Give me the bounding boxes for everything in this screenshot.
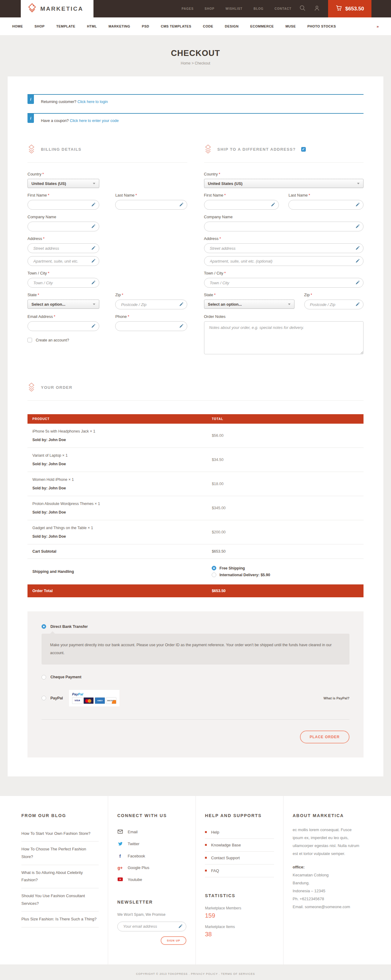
shipping-handling-label: Shipping and Handling bbox=[32, 570, 212, 574]
required-mark: * bbox=[214, 293, 216, 297]
social-googleplus-link[interactable]: g+ Google Plus bbox=[117, 862, 186, 873]
shipping-first-name-input[interactable] bbox=[204, 200, 279, 210]
radio-unselected[interactable] bbox=[41, 696, 46, 700]
shipping-last-name-input[interactable] bbox=[288, 200, 364, 210]
shipping-country-select[interactable]: United States (US) bbox=[204, 179, 364, 188]
nav-photo-stocks[interactable]: PHOTO STOCKS bbox=[307, 24, 336, 28]
social-facebook-link[interactable]: f Facebook bbox=[117, 850, 186, 862]
nav-home[interactable]: HOME bbox=[12, 24, 23, 28]
paypal-label: PayPal bbox=[51, 696, 63, 700]
billing-zip-input[interactable] bbox=[115, 299, 187, 309]
blog-link[interactable]: Plus Size Fashion: Is There Such a Thing… bbox=[21, 912, 99, 928]
nav-more-chevron[interactable]: » bbox=[377, 24, 379, 29]
international-delivery-option[interactable]: International Delivery: $5.90 bbox=[212, 573, 359, 577]
cart-subtotal-label: Cart Subtotal bbox=[32, 549, 212, 554]
shipping-zip-input[interactable] bbox=[304, 299, 364, 309]
social-email-link[interactable]: Email bbox=[117, 826, 186, 838]
coupon-link[interactable]: Click here to enter your code bbox=[70, 119, 119, 123]
top-nav-wishlist[interactable]: WISHLIST bbox=[226, 7, 243, 10]
shipping-company-input[interactable] bbox=[204, 222, 364, 231]
logo[interactable]: MARKETICA bbox=[21, 0, 94, 18]
blog-link[interactable]: Should You Use Fashion Consultant Servic… bbox=[21, 888, 99, 912]
shipping-state-select[interactable]: Select an option... bbox=[204, 299, 295, 309]
nav-muse[interactable]: MUSE bbox=[285, 24, 296, 28]
free-shipping-option[interactable]: Free Shipping bbox=[212, 566, 359, 570]
place-order-button[interactable]: PLACE ORDER bbox=[300, 730, 350, 743]
radio-unselected[interactable] bbox=[212, 573, 216, 577]
top-nav-contact[interactable]: CONTACT bbox=[275, 7, 291, 10]
office-line: Kecamatan Coblong bbox=[292, 871, 362, 879]
account-icon[interactable] bbox=[314, 5, 320, 13]
table-row: Proton Absolute Wordpress Themes × 1Sold… bbox=[27, 496, 364, 520]
shipping-street-input[interactable] bbox=[204, 243, 364, 253]
blog-link[interactable]: How To Start Your Own Fashion Store? bbox=[21, 826, 99, 842]
nav-code[interactable]: CODE bbox=[203, 24, 213, 28]
radio-selected[interactable] bbox=[212, 566, 216, 570]
radio-selected[interactable] bbox=[41, 624, 46, 629]
sign-up-button[interactable]: SIGN UP bbox=[161, 936, 186, 945]
billing-email-input[interactable] bbox=[27, 321, 99, 331]
billing-address-label: Address* bbox=[27, 236, 99, 241]
search-icon[interactable] bbox=[299, 5, 306, 13]
contact-support-link[interactable]: Contact Support bbox=[205, 852, 274, 864]
nav-shop[interactable]: SHOP bbox=[35, 24, 45, 28]
login-link[interactable]: Click here to login bbox=[78, 100, 108, 104]
what-is-paypal-link[interactable]: What is PayPal? bbox=[324, 696, 350, 700]
newsletter-email-input[interactable] bbox=[117, 922, 186, 931]
cheque-payment-option[interactable]: Cheque Payment bbox=[41, 675, 350, 679]
faq-link[interactable]: FAQ bbox=[205, 864, 274, 877]
required-mark: * bbox=[128, 314, 129, 319]
billing-state-select[interactable]: Select an option... bbox=[27, 299, 99, 309]
billing-country-select[interactable]: United States (US) bbox=[27, 179, 99, 188]
breadcrumb-home[interactable]: Home bbox=[181, 61, 191, 65]
order-notes-textarea[interactable] bbox=[204, 321, 364, 354]
product-total: $56.00 bbox=[212, 433, 359, 438]
knowledge-base-link[interactable]: Knowladge Base bbox=[205, 839, 274, 852]
billing-street-input[interactable] bbox=[27, 243, 99, 253]
nav-psd[interactable]: PSD bbox=[142, 24, 149, 28]
nav-marketing[interactable]: MARKETING bbox=[108, 24, 130, 28]
create-account-checkbox[interactable] bbox=[27, 338, 32, 342]
cart-button[interactable]: $653.50 bbox=[328, 0, 372, 18]
billing-email-label: Email Address* bbox=[27, 314, 99, 319]
blog-link[interactable]: How To Choose The Perfect Fashion Store? bbox=[21, 842, 99, 865]
nav-design[interactable]: DESIGN bbox=[225, 24, 238, 28]
nav-template[interactable]: TEMPLATE bbox=[56, 24, 75, 28]
top-icons bbox=[299, 0, 328, 18]
nav-cms-templates[interactable]: CMS TEMPLATES bbox=[161, 24, 191, 28]
social-youtube-link[interactable]: Youtube bbox=[117, 873, 186, 886]
blog-link[interactable]: What is So Alluring About Celebrity Fash… bbox=[21, 865, 99, 888]
shipping-apartment-input[interactable] bbox=[204, 256, 364, 266]
shipping-zip-label: Zip* bbox=[304, 293, 364, 297]
billing-last-name-input[interactable] bbox=[115, 200, 187, 210]
ship-different-checkbox[interactable]: ✓ bbox=[301, 147, 306, 152]
nav-html[interactable]: HTML bbox=[87, 24, 97, 28]
social-twitter-link[interactable]: Twitter bbox=[117, 838, 186, 850]
shipping-town-input[interactable] bbox=[204, 278, 364, 288]
footer: FROM OUR BLOG How To Start Your Own Fash… bbox=[0, 796, 391, 964]
place-order-row: PLACE ORDER bbox=[41, 719, 350, 743]
help-link[interactable]: Help bbox=[205, 826, 274, 839]
terms-link[interactable]: TERMS OF SERVICES bbox=[221, 972, 255, 975]
product-seller: Sold by: John Doe bbox=[32, 510, 212, 514]
privacy-policy-link[interactable]: PRIVACY POLICY bbox=[191, 972, 218, 975]
billing-town-input[interactable] bbox=[27, 278, 99, 288]
googleplus-icon: g+ bbox=[117, 865, 123, 870]
billing-company-input[interactable] bbox=[27, 222, 99, 231]
top-nav-pages[interactable]: PAGES bbox=[182, 7, 194, 10]
radio-unselected[interactable] bbox=[41, 675, 46, 679]
bank-transfer-option[interactable]: Direct Bank Transfer bbox=[41, 624, 350, 629]
nav-ecommerce[interactable]: ECOMMERCE bbox=[250, 24, 274, 28]
billing-phone-input[interactable] bbox=[115, 321, 187, 331]
billing-apartment-input[interactable] bbox=[27, 256, 99, 266]
stat-value: 38 bbox=[205, 931, 274, 938]
required-mark: * bbox=[224, 193, 226, 197]
shipping-company-label: Company Name bbox=[204, 215, 364, 219]
cart-subtotal-row: Cart Subtotal $653.50 bbox=[27, 544, 364, 559]
about-text: ec mollis lorem consequat. Fusce ipsum e… bbox=[292, 826, 362, 858]
billing-first-name-input[interactable] bbox=[27, 200, 99, 210]
top-nav-shop[interactable]: SHOP bbox=[205, 7, 215, 10]
top-nav-blog[interactable]: BLOG bbox=[254, 7, 264, 10]
paypal-option[interactable]: PayPal PayPal VISA AMEX DISCOVER What is… bbox=[41, 690, 350, 706]
payment-methods-box: Direct Bank Transfer Make your payment d… bbox=[27, 611, 364, 757]
